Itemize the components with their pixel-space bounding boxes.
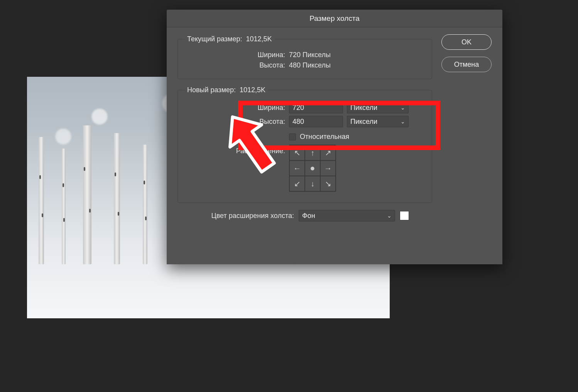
new-size-legend: Новый размер: 1012,5K [185,86,268,94]
anchor-se[interactable]: ↘ [320,176,336,191]
anchor-grid: ↖ ↑ ↗ ← ● → ↙ ↓ ↘ [289,145,336,192]
new-height-label: Высота: [185,118,285,126]
current-width-value: 720 Пикселы [289,51,331,59]
ok-button[interactable]: OK [441,34,492,50]
new-height-input[interactable] [289,116,343,127]
anchor-n[interactable]: ↑ [305,145,320,161]
new-width-unit-select[interactable]: Пиксели ⌄ [347,102,409,113]
extension-color-label: Цвет расширения холста: [177,212,294,220]
anchor-w[interactable]: ← [289,161,305,176]
current-width-label: Ширина: [185,51,285,59]
new-width-label: Ширина: [185,104,285,112]
anchor-s[interactable]: ↓ [305,176,320,191]
chevron-down-icon: ⌄ [401,105,405,111]
anchor-center[interactable]: ● [305,161,320,176]
relative-label: Относительная [300,133,349,141]
anchor-label: Расположение: [185,145,285,155]
current-size-group: Текущий размер: 1012,5K Ширина: 720 Пикс… [177,35,432,79]
anchor-sw[interactable]: ↙ [289,176,305,191]
current-height-label: Высота: [185,61,285,69]
canvas-size-dialog: Размер холста Текущий размер: 1012,5K Ши… [167,10,502,264]
anchor-e[interactable]: → [320,161,336,176]
extension-color-swatch[interactable] [400,211,409,220]
current-height-value: 480 Пикселы [289,61,331,69]
relative-checkbox[interactable] [289,133,296,140]
chevron-down-icon: ⌄ [387,213,392,219]
new-height-unit-select[interactable]: Пиксели ⌄ [347,116,409,127]
new-width-input[interactable] [289,102,343,113]
current-size-legend: Текущий размер: 1012,5K [185,35,274,43]
dialog-title: Размер холста [167,10,502,27]
new-size-group: Новый размер: 1012,5K Ширина: Пиксели ⌄ … [177,86,432,203]
extension-color-select[interactable]: Фон ⌄ [299,210,395,221]
cancel-button[interactable]: Отмена [441,57,492,72]
anchor-ne[interactable]: ↗ [320,145,336,161]
chevron-down-icon: ⌄ [401,118,405,125]
anchor-nw[interactable]: ↖ [289,145,305,161]
